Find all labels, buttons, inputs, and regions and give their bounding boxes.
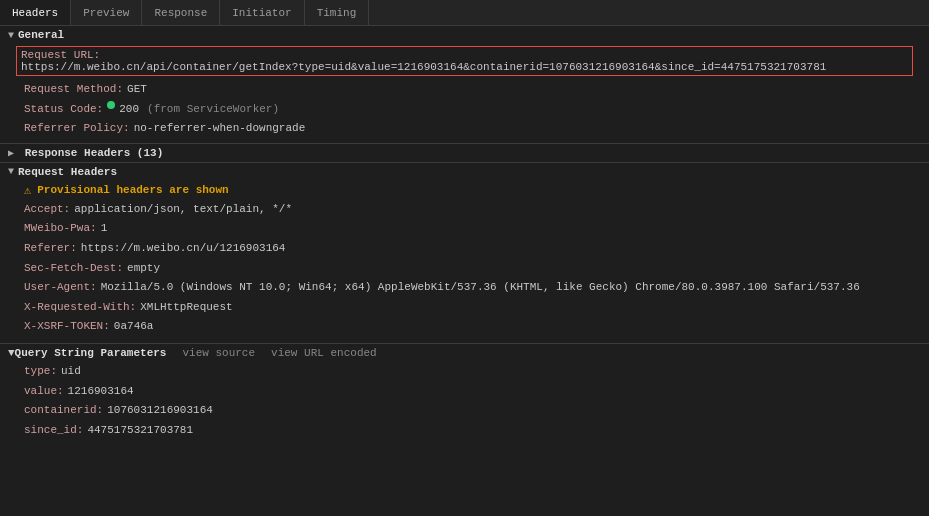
request-headers-header[interactable]: ▼ Request Headers (0, 163, 929, 181)
referrer-key: Referrer Policy: (24, 120, 130, 138)
user-agent-row: User-Agent: Mozilla/5.0 (Windows NT 10.0… (0, 278, 929, 298)
tab-bar: Headers Preview Response Initiator Timin… (0, 0, 929, 26)
query-string-label: Query String Parameters (15, 347, 167, 359)
param-containerid-key: containerid: (24, 402, 103, 420)
param-type-key: type: (24, 363, 57, 381)
warning-icon: ⚠ (24, 183, 31, 198)
referrer-row: Referrer Policy: no-referrer-when-downgr… (0, 119, 929, 139)
param-value-row: value: 1216903164 (0, 382, 929, 402)
referer-value: https://m.weibo.cn/u/1216903164 (81, 240, 286, 258)
view-url-encoded-link[interactable]: view URL encoded (263, 347, 385, 359)
param-type-value: uid (61, 363, 81, 381)
x-requested-with-row: X-Requested-With: XMLHttpRequest (0, 298, 929, 318)
accept-value: application/json, text/plain, */* (74, 201, 292, 219)
method-value: GET (127, 81, 147, 99)
user-agent-value: Mozilla/5.0 (Windows NT 10.0; Win64; x64… (101, 279, 860, 297)
tab-preview[interactable]: Preview (71, 0, 142, 25)
status-dot-icon (107, 101, 115, 109)
response-headers-label: Response Headers (13) (25, 147, 164, 159)
param-containerid-value: 1076031216903164 (107, 402, 213, 420)
mweibo-pwa-value: 1 (101, 220, 108, 238)
request-headers-arrow: ▼ (8, 166, 14, 177)
accept-row: Accept: application/json, text/plain, */… (0, 200, 929, 220)
param-containerid-row: containerid: 1076031216903164 (0, 401, 929, 421)
provisional-warning: ⚠ Provisional headers are shown (0, 181, 929, 200)
sec-fetch-dest-value: empty (127, 260, 160, 278)
referer-key: Referer: (24, 240, 77, 258)
param-since-id-value: 4475175321703781 (87, 422, 193, 440)
status-note: (from ServiceWorker) (147, 101, 279, 119)
mweibo-pwa-row: MWeibo-Pwa: 1 (0, 219, 929, 239)
tab-initiator[interactable]: Initiator (220, 0, 304, 25)
referer-row: Referer: https://m.weibo.cn/u/1216903164 (0, 239, 929, 259)
x-requested-with-value: XMLHttpRequest (140, 299, 232, 317)
status-code: 200 (119, 101, 139, 119)
param-value-value: 1216903164 (68, 383, 134, 401)
query-string-section: ▼ Query String Parameters view source vi… (0, 344, 929, 446)
general-section: ▼ General Request URL: https://m.weibo.c… (0, 26, 929, 144)
tab-timing[interactable]: Timing (305, 0, 370, 25)
referrer-value: no-referrer-when-downgrade (134, 120, 306, 138)
main-content: ▼ General Request URL: https://m.weibo.c… (0, 26, 929, 516)
param-since-id-row: since_id: 4475175321703781 (0, 421, 929, 441)
x-xsrf-token-key: X-XSRF-TOKEN: (24, 318, 110, 336)
query-string-header[interactable]: ▼ Query String Parameters view source vi… (0, 344, 929, 362)
query-links: view source view URL encoded (174, 347, 384, 359)
response-headers-section[interactable]: ▶ Response Headers (13) (0, 144, 929, 163)
sec-fetch-dest-row: Sec-Fetch-Dest: empty (0, 259, 929, 279)
sec-fetch-dest-key: Sec-Fetch-Dest: (24, 260, 123, 278)
request-url-box: Request URL: https://m.weibo.cn/api/cont… (16, 46, 913, 76)
method-row: Request Method: GET (0, 80, 929, 100)
tab-response[interactable]: Response (142, 0, 220, 25)
x-xsrf-token-value: 0a746a (114, 318, 154, 336)
method-key: Request Method: (24, 81, 123, 99)
request-headers-label: Request Headers (18, 166, 117, 178)
status-row: Status Code: 200 (from ServiceWorker) (0, 100, 929, 120)
x-requested-with-key: X-Requested-With: (24, 299, 136, 317)
param-type-row: type: uid (0, 362, 929, 382)
query-string-arrow: ▼ (8, 347, 15, 359)
request-headers-section: ▼ Request Headers ⚠ Provisional headers … (0, 163, 929, 344)
status-key: Status Code: (24, 101, 103, 119)
x-xsrf-token-row: X-XSRF-TOKEN: 0a746a (0, 317, 929, 337)
param-value-key: value: (24, 383, 64, 401)
accept-key: Accept: (24, 201, 70, 219)
request-url-value[interactable]: https://m.weibo.cn/api/container/getInde… (21, 61, 826, 73)
response-headers-arrow: ▶ (8, 148, 14, 159)
mweibo-pwa-key: MWeibo-Pwa: (24, 220, 97, 238)
tab-headers[interactable]: Headers (0, 0, 71, 25)
general-arrow: ▼ (8, 30, 14, 41)
request-url-key: Request URL: (21, 49, 100, 61)
user-agent-key: User-Agent: (24, 279, 97, 297)
param-since-id-key: since_id: (24, 422, 83, 440)
view-source-link[interactable]: view source (174, 347, 263, 359)
provisional-text: Provisional headers are shown (37, 184, 228, 196)
general-label: General (18, 29, 64, 41)
general-header[interactable]: ▼ General (0, 26, 929, 44)
